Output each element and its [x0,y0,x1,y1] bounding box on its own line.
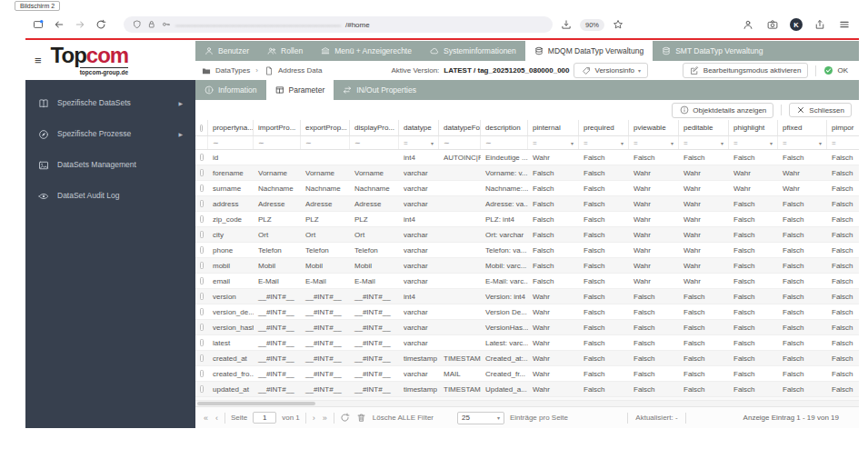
sidebar-item-spezifische-prozesse[interactable]: Spezifische Prozesse▶ [25,118,195,149]
cell: Falsch [729,227,778,242]
column-header-prequired[interactable]: prequired [579,120,629,135]
clear-filters-label[interactable]: Lösche ALLE Filter [373,414,434,422]
sidebar-item-dataset-audit-log[interactable]: DataSet Audit Log [25,180,195,211]
filter-cell-pimpor[interactable]: =▾ [827,136,868,149]
column-header-exportprop[interactable]: exportProp... [301,120,350,135]
first-page-icon[interactable]: « [203,414,209,423]
row-checkbox[interactable] [200,277,204,284]
last-page-icon[interactable]: » [322,414,328,423]
sidebar-item-spezifische-datasets[interactable]: Spezifische DataSets▶ [25,87,195,118]
screen-share-icon[interactable] [31,17,45,32]
horizontal-scrollbar[interactable] [195,401,859,406]
breadcrumb-root[interactable]: DataTypes [215,66,250,75]
filter-cell-importpro[interactable]: ∼ [254,136,301,149]
nav-tab-mdqm-datatyp-verwaltung[interactable]: MDQM DataTyp Verwaltung [525,41,653,61]
scrollbar-thumb[interactable] [197,402,315,405]
object-details-button[interactable]: Objektdetails anzeigen [672,103,773,118]
filter-cell-exportprop[interactable]: ∼ [301,136,350,149]
filter-cell-pfixed[interactable]: =▾ [778,136,827,149]
row-checkbox[interactable] [200,200,204,207]
filter-cell-phighlight[interactable]: =▾ [729,136,778,149]
cell: Mobil [254,258,301,273]
nav-tab-men-anzeigerechte[interactable]: Menü + Anzeigerechte [312,41,421,61]
column-header-propertyna[interactable]: propertyna... [208,120,254,135]
column-header-datatype[interactable]: datatype [399,120,439,135]
next-page-icon[interactable]: › [312,414,316,423]
cell: mobil [208,258,254,273]
column-header-pviewable[interactable]: pviewable [629,120,679,135]
bookmark-star-icon[interactable] [611,17,625,32]
refresh-icon[interactable] [340,413,351,424]
nav-tab-label: Benutzer [218,46,249,55]
column-header-displaypro[interactable]: displayPro... [350,120,399,135]
sidebar-toggle-icon[interactable]: ≡ [35,55,42,66]
column-header-importpro[interactable]: importPro... [254,120,301,135]
shield-icon[interactable] [132,20,142,30]
edit-mode-button[interactable]: Bearbeitungsmodus aktivieren [683,63,809,78]
key-icon[interactable] [161,20,171,30]
share-icon[interactable] [813,17,827,32]
row-checkbox[interactable] [200,354,204,362]
row-checkbox[interactable] [200,293,204,300]
row-checkbox[interactable] [200,246,204,254]
row-checkbox[interactable] [200,169,204,176]
lock-icon[interactable] [146,20,156,30]
row-checkbox[interactable] [200,215,204,223]
forward-icon[interactable] [73,17,87,32]
row-checkbox[interactable] [200,308,204,315]
zoom-level[interactable]: 90% [580,19,604,31]
column-header-peditable[interactable]: peditable [679,120,729,135]
filter-cell-peditable[interactable]: =▾ [679,136,729,149]
reload-icon[interactable] [94,17,108,32]
column-header-datatypefo[interactable]: datatypeFo... [439,120,481,135]
profile-avatar[interactable]: K [790,18,803,31]
breadcrumb-current[interactable]: Address Data [278,66,322,75]
trash-icon[interactable] [356,413,367,424]
filter-cell-datatypefo[interactable]: ∼ [439,136,481,149]
row-checkbox[interactable] [200,385,204,393]
close-button[interactable]: Schliessen [789,103,852,117]
tab-parameter[interactable]: Parameter [266,80,334,100]
save-page-icon[interactable] [559,17,574,32]
select-all-checkbox[interactable] [200,125,203,132]
filter-cell-pviewable[interactable]: =▾ [629,136,679,149]
row-checkbox[interactable] [200,324,204,331]
row-checkbox[interactable] [200,370,204,377]
column-header-phighlight[interactable]: phighlight [729,120,778,135]
filter-cell-propertyna[interactable]: ∼ [208,136,254,149]
filter-cell-description[interactable]: ∼ [481,136,528,149]
row-checkbox[interactable] [200,262,204,269]
column-header-pinternal[interactable]: pinternal [528,120,579,135]
versionsinfo-button[interactable]: Versionsinfo ▾ [574,63,648,78]
column-header-pimpor[interactable]: pimpor [827,120,868,135]
column-header-description[interactable]: description [481,120,528,135]
nav-tab-rollen[interactable]: Rollen [258,41,312,61]
nav-tab-smt-datatyp-verwaltung[interactable]: SMT DataTyp Verwaltung [653,41,772,61]
browser-menu-icon[interactable] [837,17,852,32]
filter-cell-datatype[interactable]: =▾ [399,136,439,149]
row-checkbox[interactable] [200,154,204,161]
sidebar-item-label: Spezifische DataSets [57,98,131,107]
back-icon[interactable] [52,17,66,32]
page-size-select[interactable]: 25▾ [457,412,504,424]
status-ok-label: OK [837,66,848,75]
filter-cell-displaypro[interactable]: ∼ [350,136,399,149]
sidebar-item-datasets-management[interactable]: DataSets Management [25,149,195,180]
prev-page-icon[interactable]: ‹ [215,414,219,423]
tab-in-out-properties[interactable]: IN/Out Properties [334,80,425,100]
nav-tab-benutzer[interactable]: Benutzer [195,41,258,61]
filter-cell-prequired[interactable]: =▾ [579,136,629,149]
account-icon[interactable] [741,17,755,32]
row-checkbox[interactable] [200,185,204,192]
page-input[interactable] [253,412,276,424]
nav-tab-systeminformationen[interactable]: Systeminformationen [421,41,525,61]
row-checkbox[interactable] [200,339,204,346]
row-checkbox[interactable] [200,231,204,238]
filter-cell-pinternal[interactable]: =▾ [528,136,579,149]
row-select-cell [195,304,208,319]
screenshot-camera-icon[interactable] [765,17,780,32]
url-bar[interactable]: —————————————————————————— /#home [124,16,553,33]
sidebar: Spezifische DataSets▶Spezifische Prozess… [25,80,195,428]
column-header-pfixed[interactable]: pfixed [778,120,827,135]
tab-information[interactable]: Information [195,80,266,100]
